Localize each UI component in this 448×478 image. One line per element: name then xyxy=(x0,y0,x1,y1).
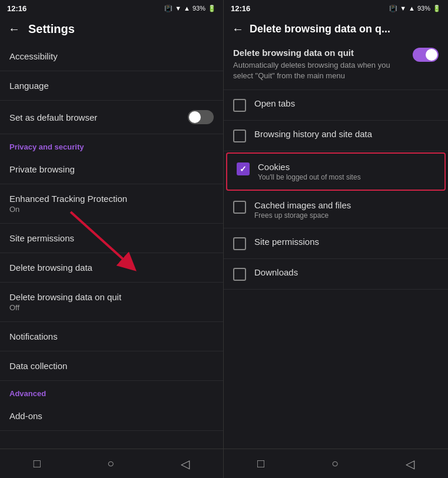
right-top-section: Delete browsing data on quit Automatical… xyxy=(224,42,448,90)
downloads-checkbox[interactable] xyxy=(233,268,246,281)
checkbox-item-site-permissions[interactable]: Site permissions xyxy=(224,228,448,259)
right-nav-square-icon[interactable]: □ xyxy=(257,457,264,470)
left-page-title: Settings xyxy=(28,22,75,36)
sidebar-item-default-browser[interactable]: Set as default browser xyxy=(0,101,223,134)
left-back-arrow[interactable]: ← xyxy=(8,22,20,36)
sidebar-item-private-browsing[interactable]: Private browsing xyxy=(0,155,223,184)
delete-on-quit-toggle-knob xyxy=(426,49,437,61)
open-tabs-title: Open tabs xyxy=(254,98,295,108)
wifi-icon: ▼ xyxy=(175,5,181,12)
browsing-history-label-group: Browsing history and site data xyxy=(254,129,372,139)
delete-on-quit-sub: Automatically deletes browsing data when… xyxy=(233,60,407,81)
default-browser-toggle[interactable] xyxy=(188,110,214,124)
sidebar-item-language[interactable]: Language xyxy=(0,71,223,101)
right-vibrate-icon: 📳 xyxy=(389,5,397,12)
left-header: ← Settings xyxy=(0,16,223,42)
advanced-section-label: Advanced xyxy=(0,381,223,401)
vibrate-icon: 📳 xyxy=(164,5,172,12)
left-nav-bar: □ ○ ◁ xyxy=(0,449,223,478)
open-tabs-checkbox[interactable] xyxy=(233,99,246,112)
cookies-checkmark: ✓ xyxy=(240,165,247,173)
checkbox-item-cookies[interactable]: ✓ Cookies You'll be logged out of most s… xyxy=(226,152,446,191)
privacy-section-label: Privacy and security xyxy=(0,134,223,155)
right-nav-bar: □ ○ ◁ xyxy=(224,449,448,478)
left-nav-circle-icon[interactable]: ○ xyxy=(107,457,114,470)
left-status-icons: 📳 ▼ ▲ 93% 🔋 xyxy=(164,5,216,12)
right-header: ← Delete browsing data on q... xyxy=(224,16,448,42)
sidebar-item-delete-browsing-quit[interactable]: Delete browsing data on quit Off xyxy=(0,283,223,322)
right-wifi-icon: ▼ xyxy=(400,5,406,12)
toggle-knob xyxy=(189,111,201,123)
site-permissions-label-group: Site permissions xyxy=(254,237,319,247)
cookies-title: Cookies xyxy=(258,162,361,172)
checkbox-list: Open tabs Browsing history and site data… xyxy=(224,90,448,449)
left-settings-list: Accessibility Language Set as default br… xyxy=(0,42,223,449)
site-permissions-title: Site permissions xyxy=(254,237,319,247)
checkbox-item-open-tabs[interactable]: Open tabs xyxy=(224,90,448,121)
cached-images-label-group: Cached images and files Frees up storage… xyxy=(254,200,351,220)
open-tabs-label-group: Open tabs xyxy=(254,98,295,108)
cached-images-checkbox[interactable] xyxy=(233,201,246,214)
browsing-history-title: Browsing history and site data xyxy=(254,129,372,139)
right-panel: 12:16 📳 ▼ ▲ 93% 🔋 ← Delete browsing data… xyxy=(224,0,448,478)
right-page-title: Delete browsing data on q... xyxy=(250,23,390,35)
right-nav-triangle-icon[interactable]: ◁ xyxy=(406,457,414,471)
downloads-label-group: Downloads xyxy=(254,267,298,277)
checkbox-item-browsing-history[interactable]: Browsing history and site data xyxy=(224,121,448,151)
right-battery-icon: 🔋 xyxy=(433,5,441,12)
right-top-text: Delete browsing data on quit Automatical… xyxy=(233,48,413,81)
right-status-bar: 12:16 📳 ▼ ▲ 93% 🔋 xyxy=(224,0,448,16)
signal-icon: ▲ xyxy=(184,5,190,12)
delete-on-quit-toggle[interactable] xyxy=(413,48,439,62)
sidebar-item-notifications[interactable]: Notifications xyxy=(0,322,223,351)
cached-images-title: Cached images and files xyxy=(254,200,351,210)
left-nav-square-icon[interactable]: □ xyxy=(34,457,41,470)
left-status-bar: 12:16 📳 ▼ ▲ 93% 🔋 xyxy=(0,0,223,16)
right-time: 12:16 xyxy=(231,4,250,13)
checkbox-item-downloads[interactable]: Downloads xyxy=(224,259,448,290)
right-battery: 93% xyxy=(417,5,430,12)
sidebar-item-data-collection[interactable]: Data collection xyxy=(0,351,223,381)
right-top-row: Delete browsing data on quit Automatical… xyxy=(233,48,439,81)
right-back-arrow[interactable]: ← xyxy=(232,22,244,36)
battery-icon: 🔋 xyxy=(208,5,216,12)
cached-images-sub: Frees up storage space xyxy=(254,211,351,220)
sidebar-item-delete-browsing-data[interactable]: Delete browsing data xyxy=(0,253,223,283)
checkbox-item-cached-images[interactable]: Cached images and files Frees up storage… xyxy=(224,192,448,228)
left-panel: 12:16 📳 ▼ ▲ 93% 🔋 ← Settings Accessibili… xyxy=(0,0,224,478)
browsing-history-checkbox[interactable] xyxy=(233,130,246,142)
right-signal-icon: ▲ xyxy=(409,5,415,12)
sidebar-item-add-ons[interactable]: Add-ons xyxy=(0,401,223,431)
right-status-icons: 📳 ▼ ▲ 93% 🔋 xyxy=(389,5,441,12)
left-time: 12:16 xyxy=(7,4,26,13)
sidebar-item-site-permissions[interactable]: Site permissions xyxy=(0,224,223,253)
downloads-title: Downloads xyxy=(254,267,298,277)
cookies-checkbox[interactable]: ✓ xyxy=(237,162,250,175)
sidebar-item-enhanced-tracking[interactable]: Enhanced Tracking Protection On xyxy=(0,184,223,224)
left-nav-triangle-icon[interactable]: ◁ xyxy=(181,457,190,471)
site-permissions-checkbox[interactable] xyxy=(233,237,246,250)
cookies-sub: You'll be logged out of most sites xyxy=(258,173,361,181)
sidebar-item-accessibility[interactable]: Accessibility xyxy=(0,42,223,71)
right-nav-circle-icon[interactable]: ○ xyxy=(331,457,339,470)
delete-on-quit-label: Delete browsing data on quit xyxy=(233,48,407,58)
cookies-label-group: Cookies You'll be logged out of most sit… xyxy=(258,162,361,181)
left-battery: 93% xyxy=(193,5,205,12)
